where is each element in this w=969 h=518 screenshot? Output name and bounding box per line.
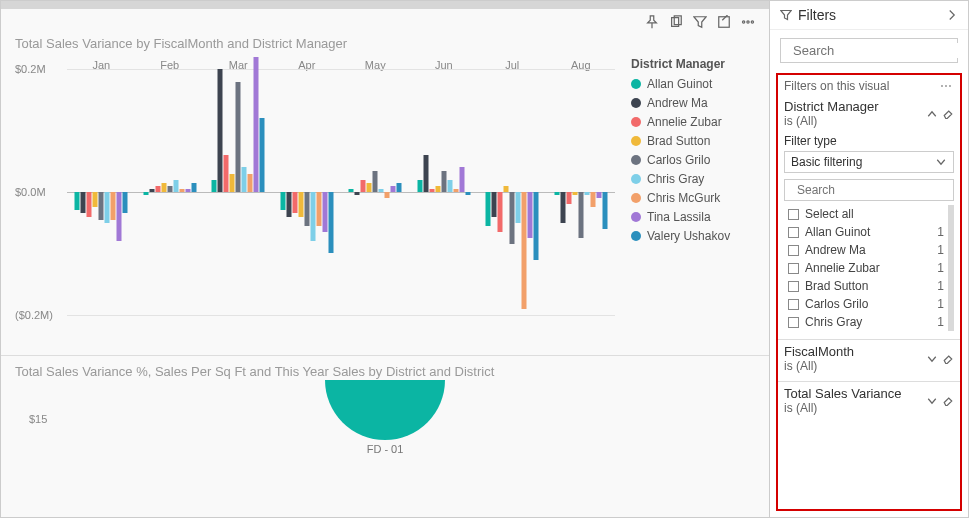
filter-card-head[interactable]: FiscalMonth is (All): [784, 344, 954, 373]
pin-icon[interactable]: [645, 15, 659, 32]
bar[interactable]: [516, 192, 521, 223]
bar[interactable]: [534, 192, 539, 260]
checkbox[interactable]: [788, 209, 799, 220]
bar[interactable]: [292, 192, 297, 213]
value-list[interactable]: Select allAllan Guinot1Andrew Ma1Annelie…: [784, 205, 954, 331]
legend-item[interactable]: Carlos Grilo: [631, 153, 755, 167]
checkbox[interactable]: [788, 245, 799, 256]
more-icon[interactable]: [741, 15, 755, 32]
bar[interactable]: [212, 180, 217, 192]
bar[interactable]: [486, 192, 491, 226]
bar[interactable]: [81, 192, 86, 213]
bar[interactable]: [492, 192, 497, 217]
bar[interactable]: [441, 171, 446, 192]
checkbox[interactable]: [788, 281, 799, 292]
bar[interactable]: [280, 192, 285, 210]
bar[interactable]: [236, 82, 241, 192]
bar[interactable]: [367, 183, 372, 192]
bar[interactable]: [459, 167, 464, 192]
legend-item[interactable]: Chris Gray: [631, 172, 755, 186]
bar[interactable]: [161, 183, 166, 192]
copy-icon[interactable]: [669, 15, 683, 32]
filter-value-row[interactable]: Brad Sutton1: [784, 277, 948, 295]
bar[interactable]: [173, 180, 178, 192]
bar[interactable]: [465, 192, 470, 195]
filters-search[interactable]: [780, 38, 958, 63]
filter-value-row[interactable]: Chris Gray1: [784, 313, 948, 331]
legend-item[interactable]: Valery Ushakov: [631, 229, 755, 243]
bar[interactable]: [248, 174, 253, 192]
bar[interactable]: [361, 180, 366, 192]
bar[interactable]: [105, 192, 110, 223]
filter-icon[interactable]: [693, 15, 707, 32]
bar[interactable]: [554, 192, 559, 195]
filter-value-row[interactable]: Annelie Zubar1: [784, 259, 948, 277]
bar[interactable]: [167, 186, 172, 192]
legend-item[interactable]: Tina Lassila: [631, 210, 755, 224]
bar[interactable]: [572, 192, 577, 195]
bar[interactable]: [316, 192, 321, 226]
value-search-input[interactable]: [797, 183, 947, 197]
checkbox[interactable]: [788, 317, 799, 328]
bar[interactable]: [260, 118, 265, 192]
bar[interactable]: [87, 192, 92, 217]
bar[interactable]: [149, 189, 154, 192]
filter-card-head[interactable]: District Manager is (All): [784, 99, 954, 128]
legend-item[interactable]: Annelie Zubar: [631, 115, 755, 129]
bar[interactable]: [528, 192, 533, 238]
bar[interactable]: [560, 192, 565, 223]
bar[interactable]: [185, 189, 190, 192]
checkbox[interactable]: [788, 299, 799, 310]
bar[interactable]: [590, 192, 595, 207]
chevron-right-icon[interactable]: [946, 9, 958, 21]
bar[interactable]: [111, 192, 116, 220]
bar[interactable]: [355, 192, 360, 195]
bar[interactable]: [99, 192, 104, 220]
bar[interactable]: [435, 186, 440, 192]
legend-item[interactable]: Andrew Ma: [631, 96, 755, 110]
bar[interactable]: [123, 192, 128, 213]
bar[interactable]: [522, 192, 527, 309]
bar[interactable]: [242, 167, 247, 192]
bar[interactable]: [602, 192, 607, 229]
filter-value-row[interactable]: Select all: [784, 205, 948, 223]
bar[interactable]: [385, 192, 390, 198]
value-search[interactable]: [784, 179, 954, 201]
bar[interactable]: [304, 192, 309, 226]
bar[interactable]: [75, 192, 80, 210]
focus-icon[interactable]: [717, 15, 731, 32]
filter-value-row[interactable]: Carlos Grilo1: [784, 295, 948, 313]
bar[interactable]: [584, 192, 589, 195]
bar[interactable]: [143, 192, 148, 195]
bar[interactable]: [596, 192, 601, 198]
bar[interactable]: [349, 189, 354, 192]
checkbox[interactable]: [788, 227, 799, 238]
filter-type-select[interactable]: Basic filtering: [784, 151, 954, 173]
filter-card-head[interactable]: Total Sales Variance is (All): [784, 386, 954, 415]
bar[interactable]: [504, 186, 509, 192]
legend-item[interactable]: Brad Sutton: [631, 134, 755, 148]
bar[interactable]: [373, 171, 378, 192]
bar[interactable]: [286, 192, 291, 217]
bar[interactable]: [93, 192, 98, 207]
filters-search-input[interactable]: [793, 43, 961, 58]
bar[interactable]: [298, 192, 303, 217]
bar[interactable]: [328, 192, 333, 253]
more-icon[interactable]: ⋯: [940, 79, 954, 93]
bar[interactable]: [254, 57, 259, 192]
bar[interactable]: [224, 155, 229, 192]
bar[interactable]: [379, 189, 384, 192]
bar[interactable]: [566, 192, 571, 204]
legend-item[interactable]: Allan Guinot: [631, 77, 755, 91]
bar[interactable]: [230, 174, 235, 192]
bar[interactable]: [179, 189, 184, 192]
clear-icon[interactable]: [942, 353, 954, 365]
filter-value-row[interactable]: Andrew Ma1: [784, 241, 948, 259]
bar[interactable]: [510, 192, 515, 244]
bar[interactable]: [322, 192, 327, 232]
bar[interactable]: [155, 186, 160, 192]
checkbox[interactable]: [788, 263, 799, 274]
bubble-fd01[interactable]: [325, 380, 445, 440]
clear-icon[interactable]: [942, 395, 954, 407]
chevron-down-icon[interactable]: [926, 353, 938, 365]
